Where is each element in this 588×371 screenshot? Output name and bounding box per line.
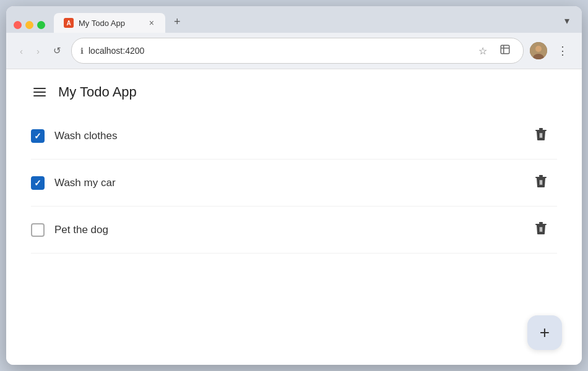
url-actions: ☆ bbox=[475, 41, 514, 60]
tab-title: My Todo App bbox=[79, 19, 125, 28]
svg-rect-14 bbox=[542, 227, 543, 232]
add-todo-button[interactable]: + bbox=[527, 315, 562, 350]
svg-point-1 bbox=[535, 46, 542, 52]
svg-rect-6 bbox=[542, 133, 543, 138]
trash-icon bbox=[535, 174, 547, 188]
tab-dropdown-button[interactable]: ▾ bbox=[560, 11, 574, 30]
address-bar: ‹ › ↺ ℹ localhost:4200 ☆ bbox=[6, 33, 582, 69]
url-bar[interactable]: ℹ localhost:4200 ☆ bbox=[71, 38, 524, 64]
new-tab-button[interactable]: + bbox=[168, 12, 187, 32]
close-button[interactable] bbox=[14, 21, 22, 29]
trash-icon bbox=[535, 221, 547, 235]
todo-item: Pet the dog bbox=[31, 207, 557, 254]
browser-window: A My Todo App × + ▾ ‹ › ↺ ℹ localhost:42… bbox=[6, 6, 582, 365]
delete-button-3[interactable] bbox=[530, 218, 552, 242]
avatar[interactable] bbox=[530, 42, 547, 59]
tab-favicon: A bbox=[64, 18, 74, 28]
todo-list: ✓ Wash clothes bbox=[6, 113, 582, 254]
checkmark-icon: ✓ bbox=[34, 179, 41, 187]
svg-rect-9 bbox=[540, 180, 541, 185]
reload-button[interactable]: ↺ bbox=[50, 43, 65, 59]
active-tab[interactable]: A My Todo App × bbox=[54, 13, 165, 33]
delete-button-2[interactable] bbox=[530, 171, 552, 195]
todo-label-2: Wash my car bbox=[54, 177, 520, 189]
maximize-button[interactable] bbox=[37, 21, 45, 29]
traffic-lights bbox=[14, 21, 45, 29]
todo-checkbox-2[interactable]: ✓ bbox=[31, 176, 45, 190]
svg-rect-7 bbox=[535, 177, 547, 178]
url-text: localhost:4200 bbox=[89, 46, 470, 56]
hamburger-line-1 bbox=[33, 88, 46, 89]
forward-button[interactable]: › bbox=[33, 43, 43, 59]
trash-icon bbox=[535, 127, 547, 141]
svg-rect-4 bbox=[539, 128, 543, 130]
todo-checkbox-1[interactable]: ✓ bbox=[31, 129, 45, 143]
tab-close-button[interactable]: × bbox=[148, 17, 155, 28]
hamburger-line-2 bbox=[33, 92, 46, 93]
hamburger-menu-button[interactable] bbox=[31, 85, 48, 99]
todo-checkbox-3[interactable] bbox=[31, 223, 45, 237]
app-header: My Todo App bbox=[6, 69, 582, 113]
svg-rect-11 bbox=[535, 224, 547, 225]
todo-label-1: Wash clothes bbox=[54, 130, 520, 142]
svg-rect-12 bbox=[539, 222, 543, 224]
bookmark-button[interactable]: ☆ bbox=[475, 43, 491, 59]
more-button[interactable]: ⋮ bbox=[553, 43, 572, 59]
app-title: My Todo App bbox=[58, 84, 137, 100]
checkmark-icon: ✓ bbox=[34, 132, 41, 140]
todo-label-3: Pet the dog bbox=[54, 224, 520, 236]
back-button[interactable]: ‹ bbox=[16, 43, 27, 59]
svg-rect-10 bbox=[542, 180, 543, 185]
url-info-icon: ℹ bbox=[80, 46, 84, 56]
hamburger-line-3 bbox=[33, 95, 46, 96]
page-content: My Todo App ✓ Wash clothes bbox=[6, 69, 582, 365]
svg-rect-5 bbox=[540, 133, 541, 138]
todo-item: ✓ Wash my car bbox=[31, 160, 557, 207]
svg-rect-13 bbox=[540, 227, 541, 232]
tab-bar: A My Todo App × + ▾ bbox=[6, 6, 582, 33]
delete-button-1[interactable] bbox=[530, 124, 552, 148]
minimize-button[interactable] bbox=[25, 21, 33, 29]
todo-item: ✓ Wash clothes bbox=[31, 113, 557, 160]
svg-rect-3 bbox=[535, 130, 547, 131]
extensions-button[interactable] bbox=[496, 41, 514, 60]
svg-rect-8 bbox=[539, 175, 543, 177]
